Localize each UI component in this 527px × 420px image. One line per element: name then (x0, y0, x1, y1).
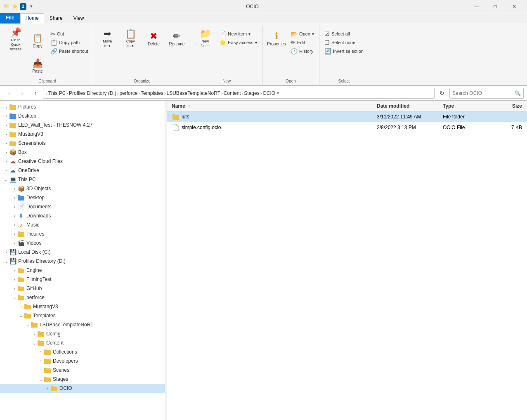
sidebar-item-mustangv3[interactable]: ›MustangV3 (0, 130, 165, 139)
dropdown-icon[interactable]: ▾ (28, 3, 35, 10)
copy-button[interactable]: 📋 Copy (28, 28, 47, 53)
path-profiles[interactable]: Profiles Directory (D:) (69, 90, 116, 96)
tab-home[interactable]: Home (20, 13, 44, 24)
sidebar-item-this-pc[interactable]: ⌄💻This PC (0, 175, 165, 184)
path-lsubase[interactable]: LSUBaseTemplateNoRT (166, 90, 220, 96)
expand-icon[interactable]: › (38, 359, 44, 363)
expand-icon[interactable]: › (3, 132, 9, 137)
sidebar-item-desktop[interactable]: ›Desktop (0, 111, 165, 120)
sidebar-item-pictures2[interactable]: ›Pictures (0, 229, 165, 238)
path-stages[interactable]: Stages (244, 90, 259, 96)
sidebar-item-stages[interactable]: ⌄Stages (0, 375, 165, 384)
expand-icon[interactable]: › (3, 250, 9, 255)
sidebar-item-music[interactable]: ›♪Music (0, 220, 165, 229)
col-date[interactable]: Date modified (375, 103, 441, 109)
tab-file[interactable]: File (0, 13, 20, 24)
sidebar-item-templates[interactable]: ⌄Templates (0, 311, 165, 320)
sidebar-item-screenshots[interactable]: ›Screenshots (0, 139, 165, 148)
expand-icon[interactable]: › (12, 286, 17, 291)
copy-path-button[interactable]: 📋 Copy path (49, 38, 90, 47)
path-perforce[interactable]: perforce (119, 90, 137, 96)
sidebar-item-profiles-d[interactable]: ⌄💾Profiles Directory (D:) (0, 257, 165, 266)
expand-icon[interactable]: › (3, 159, 9, 164)
new-folder-button[interactable]: 📁 Newfolder (194, 26, 216, 51)
expand-icon[interactable]: › (12, 205, 17, 209)
paste-button[interactable]: 📥 Paste (28, 53, 47, 78)
path-content[interactable]: Content (224, 90, 241, 96)
expand-icon[interactable]: › (3, 150, 9, 155)
cut-button[interactable]: ✂ Cut (49, 30, 90, 38)
expand-icon[interactable]: ⌄ (12, 295, 17, 300)
expand-icon[interactable]: › (45, 386, 50, 391)
path-templates[interactable]: Templates (141, 90, 163, 96)
sidebar-item-developers[interactable]: ›Developers (0, 356, 165, 366)
table-row[interactable]: simple.config.ocio2/8/2022 3:13 PMOCIO F… (167, 122, 527, 133)
rename-button[interactable]: ✏ Rename (166, 26, 187, 51)
expand-icon[interactable]: › (12, 241, 17, 245)
sidebar-item-content[interactable]: ⌄Content (0, 338, 165, 347)
sidebar-item-mustangv3-2[interactable]: ›MustangV3 (0, 302, 165, 311)
expand-icon[interactable]: › (18, 304, 24, 309)
history-button[interactable]: 🕐 History (289, 47, 316, 55)
paste-shortcut-button[interactable]: 🔗 Paste shortcut (49, 47, 90, 55)
forward-button[interactable]: › (17, 87, 28, 99)
expand-icon[interactable]: › (38, 350, 44, 354)
invert-selection-button[interactable]: 🔄 Invert selection (323, 47, 365, 55)
refresh-button[interactable]: ↻ (436, 87, 448, 99)
expand-icon[interactable]: ⌄ (25, 323, 31, 327)
up-button[interactable]: ↑ (30, 87, 41, 99)
expand-icon[interactable]: › (31, 332, 37, 336)
search-box[interactable]: 🔍 (449, 88, 524, 99)
expand-icon[interactable]: › (3, 105, 9, 109)
tab-share[interactable]: Share (44, 13, 68, 24)
expand-icon[interactable]: ⌄ (3, 259, 9, 264)
path-this-pc[interactable]: This PC (48, 90, 66, 96)
table-row[interactable]: luts3/11/2022 11:49 AMFile folder (167, 111, 527, 122)
sidebar-item-github[interactable]: ›GitHub (0, 284, 165, 293)
col-name[interactable]: Name ↑ (170, 103, 375, 109)
sidebar-item-onedrive[interactable]: ›☁OneDrive (0, 166, 165, 175)
expand-icon[interactable]: › (38, 368, 44, 373)
move-to-button[interactable]: ➡ Moveto ▾ (97, 26, 118, 51)
sidebar-item-perforce[interactable]: ⌄perforce (0, 293, 165, 302)
close-button[interactable]: ✕ (505, 0, 524, 13)
col-type[interactable]: Type (441, 103, 491, 109)
sidebar-item-led-wall[interactable]: ›LED_Wall_Test - THESNOW 4.27 (0, 120, 165, 130)
open-button[interactable]: 📂 Open ▾ (289, 30, 316, 38)
sidebar-item-lsubase[interactable]: ⌄LSUBaseTemplateNoRT (0, 320, 165, 329)
select-all-button[interactable]: ☑ Select all (323, 30, 365, 38)
address-path[interactable]: › This PC › Profiles Directory (D:) › pe… (43, 88, 435, 99)
sidebar-item-cc-files[interactable]: ›☁Creative Cloud Files (0, 157, 165, 166)
expand-icon[interactable]: › (3, 114, 9, 118)
new-item-button[interactable]: 📄 New item ▾ (217, 30, 259, 38)
sidebar-item-ocio[interactable]: ›OCIO (0, 384, 165, 393)
sidebar-item-3d-objects[interactable]: ›📦3D Objects (0, 184, 165, 193)
sidebar-item-downloads[interactable]: ›⬇Downloads (0, 211, 165, 220)
select-none-button[interactable]: ☐ Select none (323, 38, 365, 47)
minimize-button[interactable]: — (467, 0, 486, 13)
properties-button[interactable]: ℹ Properties (266, 26, 287, 51)
expand-icon[interactable]: › (3, 168, 9, 173)
tab-view[interactable]: View (68, 13, 90, 24)
expand-icon[interactable]: ⌄ (38, 377, 44, 382)
sidebar-item-engine[interactable]: ›Engine (0, 266, 165, 275)
sidebar-item-config[interactable]: ›Config (0, 329, 165, 338)
sidebar-item-documents[interactable]: ›📄Documents (0, 202, 165, 211)
sidebar-item-filmingtest[interactable]: ›FilmingTest (0, 275, 165, 284)
copy-to-button[interactable]: 📋 Copyto ▾ (120, 26, 141, 51)
sidebar-item-scenes[interactable]: ›Scenes (0, 366, 165, 375)
edit-button[interactable]: ✏ Edit (289, 38, 316, 47)
expand-icon[interactable]: › (12, 214, 17, 218)
expand-icon[interactable]: › (12, 196, 17, 200)
maximize-button[interactable]: □ (486, 0, 505, 13)
easy-access-button[interactable]: ⭐ Easy access ▾ (217, 38, 259, 47)
pin-quick-access-button[interactable]: 📌 Pin to Quickaccess (5, 26, 26, 53)
col-size[interactable]: Size (491, 103, 524, 109)
expand-icon[interactable]: › (12, 232, 17, 236)
back-button[interactable]: ‹ (3, 87, 15, 99)
delete-button[interactable]: ✖ Delete (143, 26, 164, 51)
expand-icon[interactable]: ⌄ (3, 177, 9, 182)
expand-icon[interactable]: › (12, 223, 17, 227)
expand-icon[interactable]: › (12, 186, 17, 191)
expand-icon[interactable]: › (12, 277, 17, 282)
